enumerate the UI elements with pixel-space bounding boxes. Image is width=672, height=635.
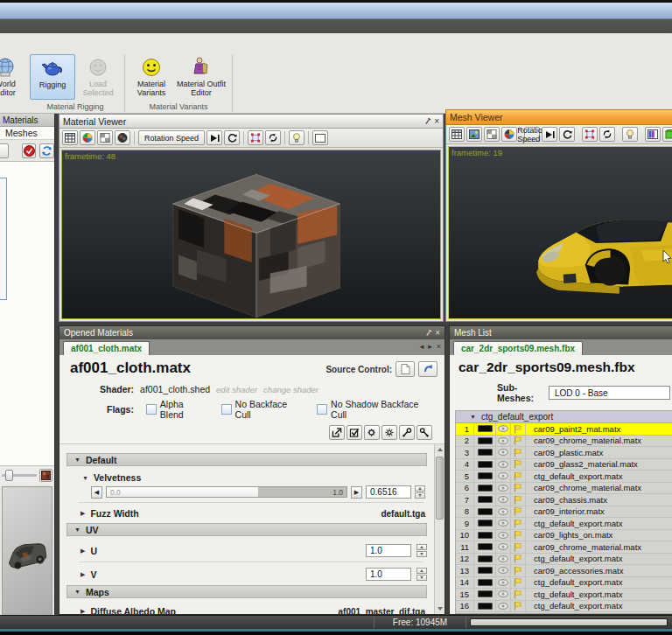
material-name[interactable]: ctg_default_export.matx [526,471,672,482]
flag-icon[interactable] [511,530,526,541]
source-control-checkout-button[interactable] [396,361,415,377]
play-button[interactable] [206,130,222,145]
diffuse-albedo-row[interactable]: ▶ Diffuse Albedo Map af001_master_dif.tg… [80,606,427,614]
v-spinner[interactable] [416,568,427,581]
color-swatch[interactable] [474,541,496,553]
flag-icon[interactable] [511,565,526,576]
texture-channels-button[interactable] [645,127,661,142]
velvetness-spinner[interactable] [415,485,425,499]
section-default[interactable]: ▼ Default [66,453,427,466]
lighting-button[interactable] [622,127,638,142]
export-button[interactable] [329,425,345,440]
flag-icon[interactable] [511,471,526,482]
material-name[interactable]: car09_paint2_mat.matx [526,423,672,435]
render-mode-button[interactable] [501,127,517,142]
tab-af001-cloth[interactable]: af001_cloth.matx [63,341,150,355]
sidebar-cut-button[interactable] [0,143,9,158]
material-viewer-titlebar[interactable]: Material Viewer ⊺ × [60,115,443,129]
flag-icon[interactable] [511,436,526,447]
color-swatch[interactable] [474,518,496,529]
visibility-eye-icon[interactable] [496,530,511,541]
visibility-eye-icon[interactable] [496,459,511,471]
material-name[interactable]: car09_chrome_material.matx [526,483,672,494]
color-swatch[interactable] [474,530,496,541]
table-row[interactable]: 12 ctg_default_export.m [456,554,672,566]
color-swatch[interactable] [474,459,496,471]
v-row[interactable]: ▶ V 1.0 [80,568,427,581]
color-swatch[interactable] [474,601,496,612]
collapse-triangle-icon[interactable]: ▼ [74,457,80,463]
materials-tab[interactable]: Materials [0,114,54,127]
mesh-viewer-titlebar[interactable]: Mesh Viewer [446,110,672,125]
table-row[interactable]: 7 car09_chassis.matx [456,494,672,506]
visibility-eye-icon[interactable] [496,471,511,482]
lod-dropdown[interactable]: LOD 0 - Base [549,386,670,400]
checker-background-button[interactable] [484,127,500,142]
mesh-list-titlebar[interactable]: Mesh List [450,326,672,339]
table-row[interactable]: 6 car09_chrome_material [456,483,672,495]
collapse-triangle-icon[interactable]: ▼ [470,414,476,420]
flag-alpha-blend[interactable]: Alpha Blend [146,399,209,420]
zoom-slider[interactable] [2,474,37,477]
checkbox-icon[interactable] [221,404,232,415]
material-name[interactable]: car09_glass2_material.matx [526,459,672,471]
flag-icon[interactable] [511,483,526,494]
slider-thumb[interactable] [5,470,13,481]
tab-scroll-right-icon[interactable]: ▸ [428,342,432,351]
background-color-button[interactable] [80,130,95,145]
visibility-eye-icon[interactable] [496,577,511,589]
checker-background-button[interactable] [97,130,113,145]
velvetness-value-input[interactable]: 0.6516 [366,485,411,499]
scroll-up-button[interactable] [435,444,444,455]
flag-icon[interactable] [511,601,526,612]
flag-no-shadow-backface-cull[interactable]: No Shadow Backface Cull [317,399,436,420]
color-swatch[interactable] [474,436,496,447]
v-value-input[interactable]: 1.0 [366,568,411,581]
table-row[interactable]: 3 car09_plastic.matx [456,447,672,459]
table-row[interactable]: 1 car09_paint2_mat.matx [456,423,672,436]
flag-icon[interactable] [511,423,526,435]
material-name[interactable]: car09_chrome_material.matx [526,541,672,553]
table-row[interactable]: 14 ctg_default_export.m [456,577,672,590]
table-row[interactable]: 2 car09_chrome_material [456,436,672,448]
table-row[interactable]: 16 ctg_default_export.m [456,601,672,613]
table-row[interactable]: 13 car09_accessories.ma [456,565,672,577]
focus-bounds-button[interactable] [582,127,598,142]
flag-icon[interactable] [511,518,526,529]
flag-icon[interactable] [511,506,526,518]
meshes-label[interactable]: Meshes [0,127,54,140]
opened-materials-titlebar[interactable]: Opened Materials ⊺ × [60,326,444,339]
collapse-triangle-icon[interactable]: ▼ [82,475,88,481]
rotate-button[interactable] [559,127,575,142]
color-swatch[interactable] [474,447,496,458]
color-swatch[interactable] [474,565,496,576]
close-icon[interactable]: × [434,117,439,126]
table-row[interactable]: 9 ctg_default_export.ma [456,518,672,530]
tab-car-2dr-sports09[interactable]: car_2dr_sports09.mesh.fbx [453,341,583,355]
table-row[interactable]: 10 car09_lights_on.matx [456,530,672,542]
visibility-eye-icon[interactable] [496,518,511,529]
orbit-mode-button[interactable] [265,130,281,145]
preview-mode-button[interactable] [39,469,52,482]
refresh-button[interactable] [39,143,54,158]
sphere-preview-button[interactable] [115,130,130,145]
visibility-eye-icon[interactable] [496,506,511,518]
material-name[interactable]: ctg_default_export.matx [526,518,672,529]
material-name[interactable]: ctg_default_export.matx [526,554,672,565]
visibility-eye-icon[interactable] [496,554,511,565]
material-name[interactable]: ctg_default_export.matx [526,577,672,589]
load-selected-button[interactable]: Load Selected [75,54,121,100]
slider-increment-button[interactable]: ▶ [351,486,362,499]
world-editor-button[interactable]: World Editor [0,54,26,100]
color-swatch[interactable] [474,577,496,589]
change-shader-link[interactable]: change shader [263,385,318,394]
layout-grid-button[interactable] [449,127,465,142]
flag-icon[interactable] [511,459,526,471]
lighting-button[interactable] [289,130,304,145]
table-row[interactable]: 4 car09_glass2_material [456,459,672,471]
visibility-eye-icon[interactable] [496,601,511,612]
rigging-button[interactable]: Rigging [30,54,75,100]
u-row[interactable]: ▶ U 1.0 [80,544,427,557]
rotation-speed-button[interactable]: Rotation Speed [524,127,540,142]
material-list-area[interactable] [0,161,54,465]
